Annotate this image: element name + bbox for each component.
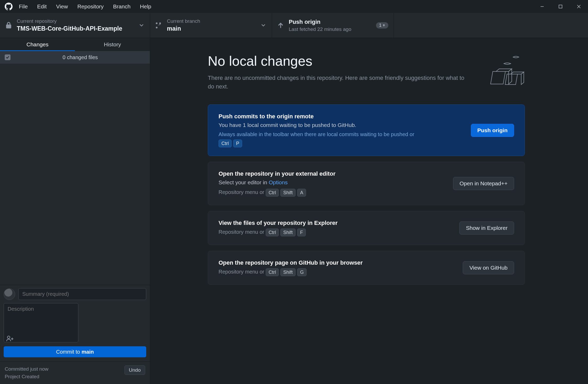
- content-area: No local changes There are no uncommitte…: [150, 38, 588, 384]
- kbd-g: G: [297, 268, 307, 276]
- menu-repository[interactable]: Repository: [73, 0, 108, 13]
- branch-label: Current branch: [167, 18, 266, 24]
- commit-button-prefix: Commit to: [56, 349, 80, 355]
- close-icon: [577, 4, 581, 9]
- add-coauthor-button[interactable]: [6, 335, 14, 342]
- commit-summary-input[interactable]: [18, 288, 146, 300]
- lock-icon: [5, 22, 12, 29]
- commit-button[interactable]: Commit to main: [4, 346, 146, 357]
- card-push-hint: Always available in the toolbar when the…: [219, 131, 414, 137]
- toolbar-push-origin[interactable]: Push origin Last fetched 22 minutes ago …: [272, 13, 394, 38]
- card-push-title: Push commits to the origin remote: [219, 113, 465, 120]
- kbd-ctrl: Ctrl: [266, 268, 279, 276]
- card-open-editor: Open the repository in your external edi…: [208, 162, 525, 205]
- menu-branch[interactable]: Branch: [108, 0, 135, 13]
- toolbar-current-branch[interactable]: Current branch main: [150, 13, 272, 38]
- card-github-hint: Repository menu or: [219, 269, 264, 275]
- card-push-desc: You have 1 local commit waiting to be pu…: [219, 122, 465, 128]
- kbd-ctrl: Ctrl: [266, 189, 279, 197]
- changes-header: 0 changed files: [0, 51, 150, 64]
- push-badge-count: 1: [379, 23, 382, 28]
- card-editor-desc-prefix: Select your editor in: [219, 179, 269, 185]
- svg-point-4: [7, 336, 10, 339]
- card-github-title: Open the repository page on GitHub in yo…: [219, 259, 456, 266]
- show-in-explorer-button[interactable]: Show in Explorer: [459, 221, 514, 235]
- repo-name: TMS-WEB-Core-GitHub-API-Example: [17, 25, 145, 32]
- push-badge: 1: [376, 22, 388, 29]
- kbd-shift: Shift: [280, 229, 296, 236]
- tab-history[interactable]: History: [75, 38, 150, 51]
- arrow-up-small-icon: [383, 24, 385, 27]
- kbd-a: A: [297, 189, 306, 197]
- card-view-github: Open the repository page on GitHub in yo…: [208, 251, 525, 285]
- toolbar: Current repository TMS-WEB-Core-GitHub-A…: [0, 13, 588, 38]
- card-explorer-hint: Repository menu or: [219, 229, 264, 235]
- commit-footer: Committed just now Project Created Undo: [0, 361, 150, 384]
- menu-view[interactable]: View: [51, 0, 73, 13]
- changed-files-count: 0 changed files: [15, 54, 145, 60]
- push-sublabel: Last fetched 22 minutes ago: [289, 26, 371, 32]
- kbd-shift: Shift: [280, 268, 296, 276]
- menu-edit[interactable]: Edit: [32, 0, 51, 13]
- avatar: [4, 288, 15, 300]
- app-logo: [3, 3, 14, 10]
- card-explorer-title: View the files of your repository in Exp…: [219, 220, 453, 226]
- card-push-commits: Push commits to the origin remote You ha…: [208, 104, 525, 156]
- chevron-down-icon: [139, 24, 144, 27]
- commit-footer-line1: Committed just now: [5, 365, 48, 373]
- kbd-ctrl: Ctrl: [219, 140, 232, 147]
- svg-rect-5: [491, 71, 505, 84]
- window-maximize-button[interactable]: [551, 0, 570, 13]
- page-title: No local changes: [208, 53, 475, 69]
- person-add-icon: [6, 335, 14, 342]
- menu-items: File Edit View Repository Branch Help: [14, 0, 156, 13]
- kbd-p: P: [233, 140, 242, 147]
- arrow-up-icon: [277, 22, 284, 29]
- tab-changes[interactable]: Changes: [0, 38, 75, 51]
- suggestion-cards: Push commits to the origin remote You ha…: [208, 104, 525, 285]
- boxes-illustration-icon: [486, 53, 525, 90]
- card-editor-hint: Repository menu or: [219, 189, 264, 195]
- empty-state-illustration: [486, 53, 525, 90]
- commit-footer-line2: Project Created: [5, 373, 48, 381]
- push-label: Push origin: [289, 19, 371, 25]
- branch-name: main: [167, 25, 266, 32]
- select-all-checkbox[interactable]: [5, 54, 10, 60]
- view-on-github-button[interactable]: View on GitHub: [463, 261, 514, 274]
- svg-rect-6: [505, 74, 518, 85]
- repo-label: Current repository: [17, 18, 145, 24]
- window-minimize-button[interactable]: [533, 0, 551, 13]
- git-branch-icon: [155, 22, 162, 29]
- options-link[interactable]: Options: [269, 179, 287, 185]
- main-area: Changes History 0 changed files: [0, 38, 588, 384]
- chevron-down-icon: [261, 24, 265, 27]
- push-origin-button[interactable]: Push origin: [471, 124, 514, 137]
- window-controls: [533, 0, 588, 13]
- maximize-icon: [559, 5, 562, 8]
- svg-rect-1: [559, 5, 562, 8]
- card-editor-title: Open the repository in your external edi…: [219, 170, 447, 177]
- card-show-explorer: View the files of your repository in Exp…: [208, 211, 525, 245]
- menu-help[interactable]: Help: [135, 0, 156, 13]
- window-close-button[interactable]: [570, 0, 588, 13]
- minimize-icon: [540, 4, 544, 9]
- commit-button-branch: main: [81, 349, 94, 355]
- github-logo-icon: [5, 3, 13, 10]
- menu-bar: File Edit View Repository Branch Help: [0, 0, 588, 13]
- sidebar-tabs: Changes History: [0, 38, 150, 51]
- kbd-f: F: [297, 229, 306, 236]
- open-in-editor-button[interactable]: Open in Notepad++: [453, 177, 514, 190]
- toolbar-current-repository[interactable]: Current repository TMS-WEB-Core-GitHub-A…: [0, 13, 150, 38]
- menu-file[interactable]: File: [14, 0, 32, 13]
- commit-form: Commit to main: [0, 285, 150, 361]
- kbd-ctrl: Ctrl: [266, 229, 279, 236]
- page-subtitle: There are no uncommitted changes in this…: [208, 74, 470, 91]
- undo-button[interactable]: Undo: [124, 365, 145, 375]
- checkmark-icon: [6, 55, 9, 59]
- kbd-shift: Shift: [280, 189, 296, 197]
- app-window: File Edit View Repository Branch Help: [0, 0, 588, 384]
- sidebar: Changes History 0 changed files: [0, 38, 150, 384]
- commit-description-input[interactable]: [4, 303, 78, 342]
